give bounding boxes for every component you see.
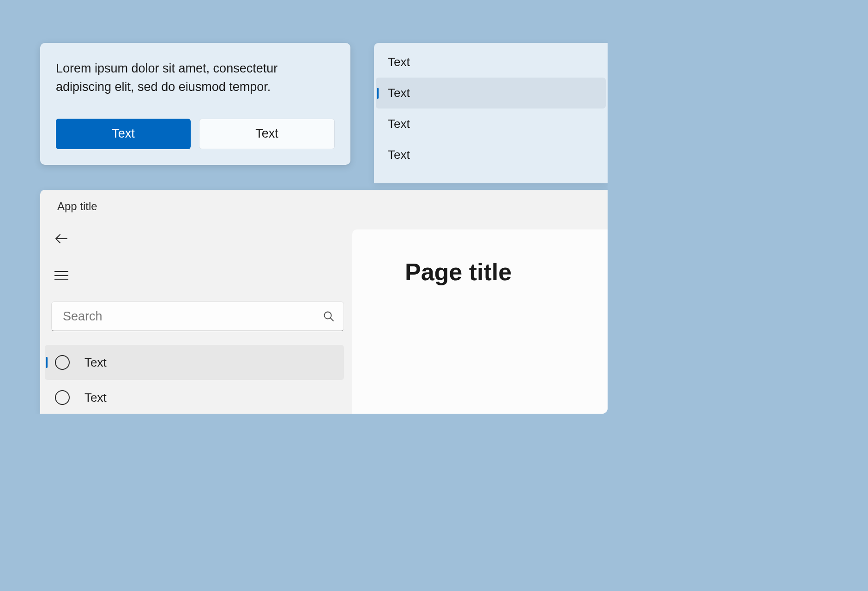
list-item[interactable]: Text — [374, 139, 608, 170]
nav-item[interactable]: Text — [45, 345, 344, 380]
app-title: App title — [40, 190, 608, 213]
dialog-message: Lorem ipsum dolor sit amet, consectetur … — [56, 60, 335, 96]
primary-button[interactable]: Text — [56, 119, 191, 149]
list-panel: Text Text Text Text — [374, 43, 608, 183]
back-button[interactable] — [52, 229, 71, 248]
list-item-label: Text — [388, 148, 410, 162]
arrow-left-icon — [55, 234, 68, 244]
list-item-label: Text — [388, 86, 410, 100]
dialog-button-row: Text Text — [56, 119, 335, 149]
nav-item-label: Text — [84, 356, 107, 370]
list-item-label: Text — [388, 117, 410, 131]
svg-line-4 — [331, 318, 333, 321]
search-icon — [323, 311, 334, 322]
app-window: App title — [40, 190, 608, 414]
list-item[interactable]: Text — [374, 109, 608, 139]
list-item[interactable]: Text — [374, 47, 608, 78]
secondary-button[interactable]: Text — [199, 119, 335, 149]
app-body: Text Text Page title — [40, 229, 608, 414]
page-title: Page title — [405, 258, 608, 286]
circle-icon — [55, 355, 70, 370]
search-input[interactable] — [63, 309, 323, 324]
dialog-card: Lorem ipsum dolor sit amet, consectetur … — [40, 43, 350, 165]
nav-list: Text Text — [45, 345, 352, 414]
list-item[interactable]: Text — [376, 78, 606, 109]
sidebar: Text Text — [40, 229, 352, 414]
search-box[interactable] — [51, 302, 344, 331]
content-area: Page title — [352, 229, 608, 414]
nav-item[interactable]: Text — [45, 380, 352, 414]
hamburger-button[interactable] — [52, 266, 71, 285]
hamburger-icon — [54, 271, 68, 281]
list-item-label: Text — [388, 55, 410, 69]
nav-item-label: Text — [84, 391, 107, 405]
svg-point-3 — [325, 312, 332, 319]
circle-icon — [55, 390, 70, 405]
